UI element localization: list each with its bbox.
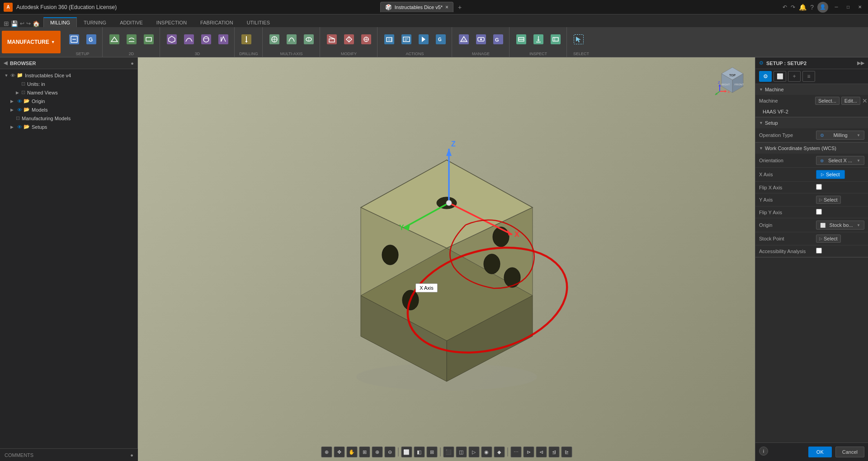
3d-btn3[interactable]: [198, 33, 214, 46]
grid-icon[interactable]: ⊞: [4, 20, 9, 27]
3d-btn4[interactable]: [215, 33, 231, 46]
operation-type-dropdown[interactable]: ⚙ Milling ▼: [816, 131, 864, 140]
2d-btn1[interactable]: [106, 33, 123, 46]
origin-dropdown[interactable]: ⬜ Stock bo... ▼: [816, 221, 864, 230]
section-box-btn[interactable]: ⬛: [443, 447, 454, 457]
ok-btn[interactable]: OK: [808, 447, 832, 457]
close-btn[interactable]: ✕: [855, 4, 864, 11]
select-btn-ribbon[interactable]: [571, 33, 587, 46]
hand-btn[interactable]: ✋: [346, 447, 357, 457]
maximize-btn[interactable]: □: [844, 4, 853, 11]
viewcube[interactable]: TOP FRONT RIGHT X Z Y: [714, 62, 750, 98]
tab-utilities[interactable]: UTILITIES: [240, 18, 277, 27]
orientation-dropdown[interactable]: ⊕ Select X ... ▼: [816, 156, 864, 165]
tab-fabrication[interactable]: FABRICATION: [193, 18, 240, 27]
manufacture-dropdown-btn[interactable]: MANUFACTURE ▼: [2, 31, 61, 53]
simulation-btn[interactable]: ▷: [468, 447, 479, 457]
notification-icon[interactable]: 🔔: [799, 4, 807, 11]
tree-setups-item[interactable]: ▶ 👁 📂 Setups: [0, 122, 137, 131]
tree-namedviews-item[interactable]: ▶ ⊡ Named Views: [0, 88, 137, 97]
extra-btn4[interactable]: ⊴: [548, 447, 559, 457]
actions-btn2[interactable]: [398, 33, 415, 46]
minimize-btn[interactable]: ─: [832, 4, 841, 11]
info-btn[interactable]: i: [759, 447, 768, 456]
inspect-btn2[interactable]: [530, 33, 547, 46]
zoom-fit-btn[interactable]: ⊞: [359, 447, 370, 457]
user-avatar[interactable]: 👤: [817, 2, 828, 13]
display-mode-btn[interactable]: ⬜: [401, 447, 412, 457]
tree-models-item[interactable]: ▶ 👁 📂 Models: [0, 105, 137, 114]
y-axis-select-btn[interactable]: ▷ Select: [816, 196, 841, 204]
machine-close-btn[interactable]: ✕: [862, 97, 868, 104]
accessibility-checkbox[interactable]: [816, 248, 822, 254]
modify-btn2[interactable]: [341, 33, 357, 46]
manage-btn1[interactable]: [456, 33, 472, 46]
manage-btn2[interactable]: [473, 33, 489, 46]
comments-options-btn[interactable]: ●: [130, 452, 133, 458]
tab-turning[interactable]: TURNING: [77, 18, 113, 27]
2d-btn2[interactable]: [123, 33, 140, 46]
viewport[interactable]: TOP FRONT RIGHT X Z Y: [138, 57, 755, 461]
tree-mfg-models-item[interactable]: ▶ ⊡ Manufacturing Models: [0, 114, 137, 122]
inspect-btn3[interactable]: [547, 33, 564, 46]
modify-btn3[interactable]: [358, 33, 374, 46]
root-eye-icon[interactable]: 👁: [10, 73, 15, 78]
setup-btn[interactable]: [66, 33, 82, 46]
2d-btn3[interactable]: [141, 33, 157, 46]
redo-icon[interactable]: ↪: [26, 20, 31, 27]
machine-edit-btn[interactable]: Edit...: [841, 97, 860, 105]
undo-icon[interactable]: ↩: [20, 20, 24, 27]
setup-tab-info[interactable]: ≡: [802, 71, 815, 82]
zoom-out-btn[interactable]: ⊖: [384, 447, 395, 457]
setup-g-btn[interactable]: G: [83, 33, 99, 46]
extra-btn2[interactable]: ⊳: [523, 447, 534, 457]
browser-expand-icon[interactable]: ◀: [4, 60, 7, 66]
setup-panel-expand-btn[interactable]: ▶▶: [857, 60, 864, 66]
inspect-btn1[interactable]: [513, 33, 529, 46]
orbit-btn[interactable]: ⊕: [321, 447, 332, 457]
setup-tab-setup[interactable]: ⚙: [759, 71, 772, 82]
setups-expander[interactable]: ▶: [9, 124, 14, 130]
setup-tab-stock[interactable]: ⬜: [774, 71, 786, 82]
machine-select-btn[interactable]: Select...: [815, 97, 840, 105]
tab-close-btn[interactable]: ×: [445, 4, 448, 10]
models-expander[interactable]: ▶: [9, 107, 14, 113]
drilling-btn1[interactable]: [238, 33, 255, 46]
extra-btn5[interactable]: ⊵: [561, 447, 572, 457]
setup-section-header[interactable]: ▼ Setup: [755, 118, 868, 128]
section2-btn[interactable]: ◫: [456, 447, 467, 457]
grid-btn[interactable]: ⊞: [426, 447, 437, 457]
origin-eye-icon[interactable]: 👁: [17, 99, 22, 104]
browser-options-btn[interactable]: ●: [131, 61, 134, 66]
root-expander[interactable]: ▼: [4, 73, 9, 78]
tree-units-item[interactable]: ▶ ⊡ Units: in: [0, 80, 137, 88]
multiaxis-btn2[interactable]: [283, 33, 300, 46]
stock-point-select-btn[interactable]: ▷ Select: [816, 235, 841, 243]
operation-type-select[interactable]: ⚙ Milling ▼: [816, 131, 864, 140]
multiaxis-btn1[interactable]: [266, 33, 283, 46]
wcs-section-header[interactable]: ▼ Work Coordinate System (WCS): [755, 143, 868, 154]
3d-btn1[interactable]: [164, 33, 180, 46]
extra-btn3[interactable]: ⊲: [536, 447, 547, 457]
multiaxis-btn3[interactable]: [301, 33, 317, 46]
3d-btn2[interactable]: [181, 33, 197, 46]
save-icon[interactable]: 💾: [11, 20, 18, 27]
tab-milling[interactable]: MILLING: [43, 17, 77, 27]
zoom-in-btn[interactable]: ⊕: [372, 447, 382, 457]
manage-btn3[interactable]: G: [490, 33, 506, 46]
origin-expander[interactable]: ▶: [9, 99, 14, 104]
visual-style-btn[interactable]: ◧: [414, 447, 425, 457]
actions-btn1[interactable]: G1: [381, 33, 397, 46]
flip-x-checkbox[interactable]: [816, 184, 822, 190]
flip-y-checkbox[interactable]: [816, 209, 822, 215]
tab-additive[interactable]: ADDITIVE: [113, 18, 150, 27]
machine-section-header[interactable]: ▼ Machine: [755, 84, 868, 95]
models-eye-icon[interactable]: 👁: [17, 107, 22, 113]
actions-btn3[interactable]: [415, 33, 432, 46]
setup-tab-postprocess[interactable]: +: [788, 71, 801, 82]
namedviews-expander[interactable]: ▶: [14, 90, 20, 95]
new-tab-btn[interactable]: +: [455, 3, 464, 12]
x-axis-select-btn[interactable]: ▷ Select: [816, 170, 845, 179]
extra-btn1[interactable]: ⋯: [510, 447, 521, 457]
actions-btn4[interactable]: G: [433, 33, 449, 46]
